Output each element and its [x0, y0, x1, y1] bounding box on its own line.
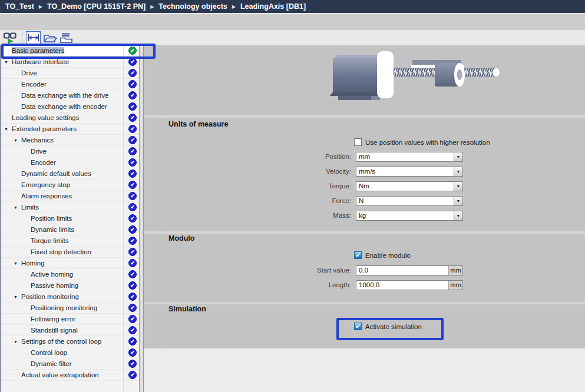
tree-expand-icon[interactable]: ▼ [14, 291, 21, 303]
breadcrumb-separator-icon: ▶ [39, 4, 42, 9]
tree-item-emergency-stop[interactable]: Emergency stop✔ [1, 180, 139, 191]
tree-item-label: Actual value extrapolation [21, 371, 99, 378]
status-ok-blue-icon: ✔ [128, 326, 137, 334]
tree-item-data-exchange-with-the-drive[interactable]: Data exchange with the drive✔ [1, 90, 139, 101]
tree-item-label: Position monitoring [21, 293, 79, 300]
tree-item-drive[interactable]: Drive✔ [1, 68, 139, 79]
tree-item-position-monitoring[interactable]: ▼Position monitoring✔ [1, 291, 139, 303]
breadcrumb-separator-icon: ▶ [150, 4, 154, 9]
tree-item-drive[interactable]: Drive✔ [1, 146, 139, 157]
select-torque[interactable]: Nm▼ [356, 181, 463, 191]
toolbar-separator [22, 32, 22, 43]
status-ok-blue-icon: ✔ [128, 259, 137, 267]
enable-modulo-checkbox[interactable] [354, 251, 362, 259]
status-ok-blue-icon: ✔ [128, 181, 137, 189]
dropdown-arrow-icon[interactable]: ▼ [454, 167, 462, 176]
expand-all-icon[interactable] [44, 31, 57, 44]
tree-item-dynamic-filter[interactable]: Dynamic filter✔ [1, 358, 139, 370]
status-ok-blue-icon: ✔ [128, 91, 137, 99]
tree-item-extended-parameters[interactable]: ▼Extended parameters✔ [1, 124, 139, 135]
tree-item-label: Data exchange with the drive [21, 92, 108, 99]
field-label-torque: Torque: [233, 181, 351, 191]
tree-item-standstill-signal[interactable]: Standstill signal✔ [1, 325, 139, 336]
tree-expand-icon[interactable]: ▼ [14, 135, 21, 146]
field-label-length: Length: [233, 280, 351, 290]
tree-item-label: Passive homing [31, 282, 78, 289]
tree-item-homing[interactable]: ▼Homing✔ [1, 258, 139, 269]
status-ok-blue-icon: ✔ [128, 102, 137, 111]
collapse-all-icon[interactable] [60, 31, 74, 44]
tree-expand-icon[interactable]: ▼ [14, 336, 21, 347]
breadcrumb-separator-icon: ▶ [232, 4, 236, 9]
input-group-length: 1000.0mm [356, 280, 463, 290]
tree-item-label: Mechanics [21, 137, 54, 144]
status-ok-blue-icon: ✔ [128, 304, 137, 312]
tree-item-settings-of-the-control-loop[interactable]: ▼Settings of the control loop✔ [1, 336, 139, 347]
pane-toggle-icon[interactable] [26, 31, 41, 44]
tree-item-position-limits[interactable]: Position limits✔ [1, 213, 139, 224]
tree-item-encoder[interactable]: Encoder✔ [1, 157, 139, 168]
tree-item-alarm-responses[interactable]: Alarm responses✔ [1, 191, 139, 202]
higher-resolution-checkbox[interactable] [354, 138, 362, 146]
dropdown-arrow-icon[interactable]: ▼ [454, 152, 462, 161]
dropdown-arrow-icon[interactable]: ▼ [454, 197, 462, 205]
tree-item-actual-value-extrapolation[interactable]: Actual value extrapolation✔ [1, 370, 139, 381]
dropdown-arrow-icon[interactable]: ▼ [454, 211, 462, 220]
status-ok-blue-icon: ✔ [128, 80, 137, 88]
select-velocity[interactable]: mm/s▼ [356, 167, 463, 177]
tree-expand-icon[interactable]: ▼ [4, 124, 12, 135]
tree-item-label: Torque limits [31, 237, 69, 244]
tree-item-label: Active homing [31, 271, 73, 278]
select-mass[interactable]: kg▼ [356, 211, 463, 221]
tree-item-leading-value-settings[interactable]: Leading value settings✔ [1, 112, 139, 124]
tree-item-mechanics[interactable]: ▼Mechanics✔ [1, 135, 139, 146]
tree-item-dynamic-limits[interactable]: Dynamic limits✔ [1, 224, 139, 235]
tree-item-fixed-stop-detection[interactable]: Fixed stop detection✔ [1, 247, 139, 258]
select-value: mm/s [356, 168, 375, 175]
tree-item-label: Limits [21, 204, 39, 211]
field-label-position: Position: [233, 152, 351, 162]
select-value: N [356, 197, 363, 204]
tree-item-following-error[interactable]: Following error✔ [1, 314, 139, 325]
modulo-heading: Modulo [168, 234, 194, 242]
tree-scrollbar[interactable] [139, 45, 144, 392]
status-ok-blue-icon: ✔ [128, 360, 137, 368]
status-ok-blue-icon: ✔ [128, 125, 137, 133]
input-group-start-value: 0.0mm [356, 265, 463, 275]
tree-item-control-loop[interactable]: Control loop✔ [1, 347, 139, 358]
tree-item-label: Leading value settings [12, 114, 79, 121]
tree-expand-icon[interactable]: ▼ [14, 202, 21, 213]
tree-item-label: Encoder [21, 81, 47, 88]
breadcrumb-item-to-test[interactable]: TO_Test [5, 2, 34, 11]
select-position[interactable]: mm▼ [356, 152, 463, 162]
breadcrumb-item-to-demo-cpu-1515t-2-pn[interactable]: TO_Demo [CPU 1515T-2 PN] [47, 2, 146, 11]
tree-item-active-homing[interactable]: Active homing✔ [1, 269, 139, 280]
tree-item-dynamic-default-values[interactable]: Dynamic default values✔ [1, 168, 139, 180]
breadcrumb-item-leadingaxis-db1[interactable]: LeadingAxis [DB1] [240, 2, 306, 11]
breadcrumb-item-technology-objects[interactable]: Technology objects [158, 2, 227, 11]
tree-item-torque-limits[interactable]: Torque limits✔ [1, 235, 139, 247]
tree-item-label: Fixed stop detection [31, 248, 91, 255]
tree-item-passive-homing[interactable]: Passive homing✔ [1, 280, 139, 291]
tree-item-limits[interactable]: ▼Limits✔ [1, 202, 139, 213]
select-force[interactable]: N▼ [356, 196, 463, 206]
tree-item-positioning-monitoring[interactable]: Positioning monitoring✔ [1, 303, 139, 314]
tree-item-label: Standstill signal [31, 327, 78, 334]
tree-item-label: Following error [31, 315, 75, 323]
status-ok-blue-icon: ✔ [128, 248, 137, 256]
select-value: Nm [356, 182, 369, 190]
select-value: mm [356, 153, 370, 160]
status-ok-blue-icon: ✔ [128, 225, 137, 234]
tree-item-label: Homing [21, 260, 45, 267]
tree-item-label: Emergency stop [21, 181, 70, 188]
status-ok-blue-icon: ✔ [128, 114, 137, 122]
tree-item-encoder[interactable]: Encoder✔ [1, 79, 139, 90]
input-length[interactable]: 1000.0 [356, 281, 448, 290]
dropdown-arrow-icon[interactable]: ▼ [454, 182, 462, 191]
tree-expand-icon[interactable]: ▼ [14, 258, 21, 269]
tree-item-data-exchange-with-encoder[interactable]: Data exchange with encoder✔ [1, 101, 139, 112]
tree-item-label: Hardware interface [12, 58, 69, 65]
tree-item-label: Positioning monitoring [31, 304, 97, 311]
input-start-value[interactable]: 0.0 [356, 266, 448, 275]
function-view-icon[interactable] [4, 31, 18, 44]
